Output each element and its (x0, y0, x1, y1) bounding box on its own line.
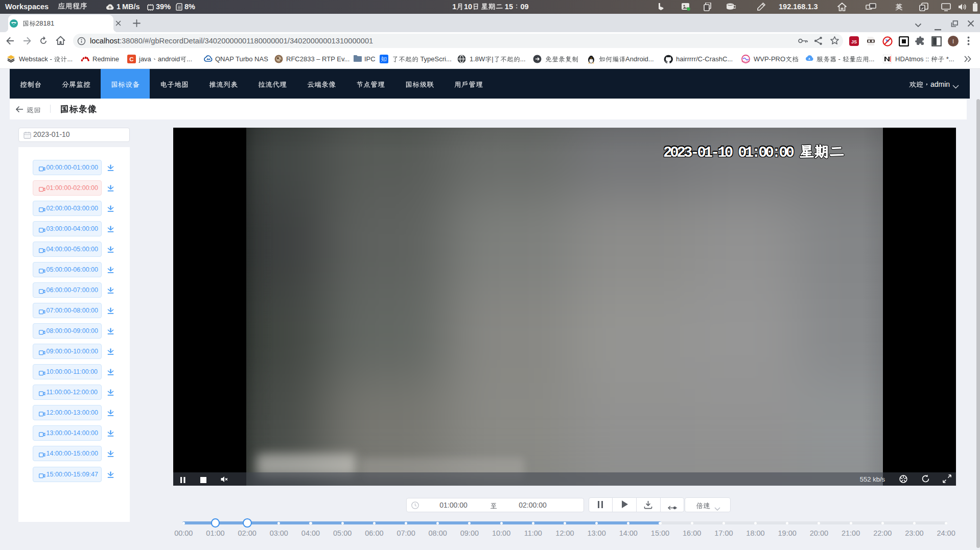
svg-text:JS: JS (851, 39, 857, 44)
svg-text:I: I (952, 38, 954, 44)
svg-text:WVP-PRO: WVP-PRO (741, 61, 750, 63)
svg-text:C: C (129, 56, 133, 62)
